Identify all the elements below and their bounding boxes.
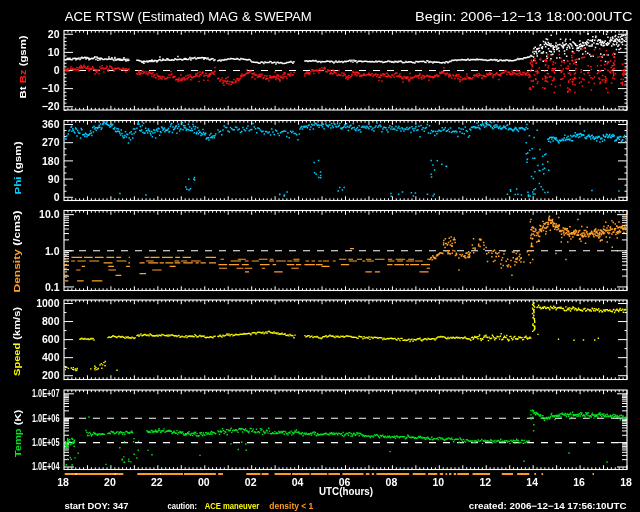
svg-text:−10: −10	[42, 82, 60, 94]
svg-text:800: 800	[42, 315, 60, 327]
svg-text:UTC(hours): UTC(hours)	[319, 486, 373, 497]
svg-text:08: 08	[386, 476, 398, 488]
svg-text:10: 10	[48, 46, 60, 58]
svg-text:10: 10	[432, 476, 444, 488]
svg-text:90: 90	[48, 173, 60, 185]
svg-text:22: 22	[151, 476, 163, 488]
svg-text:caution:: caution:	[168, 501, 198, 511]
svg-text:1.0E+07: 1.0E+07	[32, 387, 60, 399]
svg-text:02: 02	[245, 476, 257, 488]
svg-text:12: 12	[479, 476, 491, 488]
svg-text:20: 20	[104, 476, 116, 488]
svg-text:density < 1: density < 1	[269, 501, 313, 511]
svg-text:1.0: 1.0	[45, 245, 60, 257]
svg-text:ACE maneuver: ACE maneuver	[205, 501, 260, 511]
svg-text:start DOY: 347: start DOY: 347	[65, 501, 129, 511]
svg-text:Density (/cm3): Density (/cm3)	[11, 211, 22, 293]
svg-text:360: 360	[42, 118, 60, 130]
svg-text:−20: −20	[42, 100, 60, 112]
svg-text:600: 600	[42, 333, 60, 345]
svg-text:0.1: 0.1	[45, 281, 60, 293]
svg-text:1.0E+05: 1.0E+05	[32, 436, 60, 448]
svg-text:0: 0	[54, 191, 60, 203]
svg-text:14: 14	[526, 476, 538, 488]
svg-text:Bt Bz (gsm): Bt Bz (gsm)	[17, 36, 28, 99]
svg-text:270: 270	[42, 136, 60, 148]
svg-text:ACE RTSW (Estimated) MAG & SWE: ACE RTSW (Estimated) MAG & SWEPAM	[65, 9, 312, 24]
svg-text:400: 400	[42, 351, 60, 363]
svg-text:180: 180	[42, 155, 60, 167]
svg-text:16: 16	[573, 476, 585, 488]
svg-text:18: 18	[620, 476, 632, 488]
svg-text:Speed (km/s): Speed (km/s)	[11, 307, 22, 376]
svg-text:1.0E+06: 1.0E+06	[32, 412, 60, 424]
svg-text:00: 00	[198, 476, 210, 488]
svg-text:created: 2006−12−14 17:56:10UT: created: 2006−12−14 17:56:10UTC	[469, 501, 628, 511]
svg-text:1000: 1000	[36, 297, 60, 309]
svg-text:04: 04	[292, 476, 304, 488]
svg-text:20: 20	[48, 28, 60, 40]
svg-text:18: 18	[57, 476, 69, 488]
svg-text:200: 200	[42, 369, 60, 381]
svg-text:1.0E+04: 1.0E+04	[32, 460, 60, 472]
svg-text:0: 0	[54, 64, 60, 76]
svg-text:10.0: 10.0	[39, 208, 60, 220]
svg-text:Begin: 2006−12−13 18:00:00UTC: Begin: 2006−12−13 18:00:00UTC	[415, 9, 633, 24]
svg-text:Temp (K): Temp (K)	[12, 410, 23, 458]
svg-text:Phi (gsm): Phi (gsm)	[12, 142, 23, 195]
